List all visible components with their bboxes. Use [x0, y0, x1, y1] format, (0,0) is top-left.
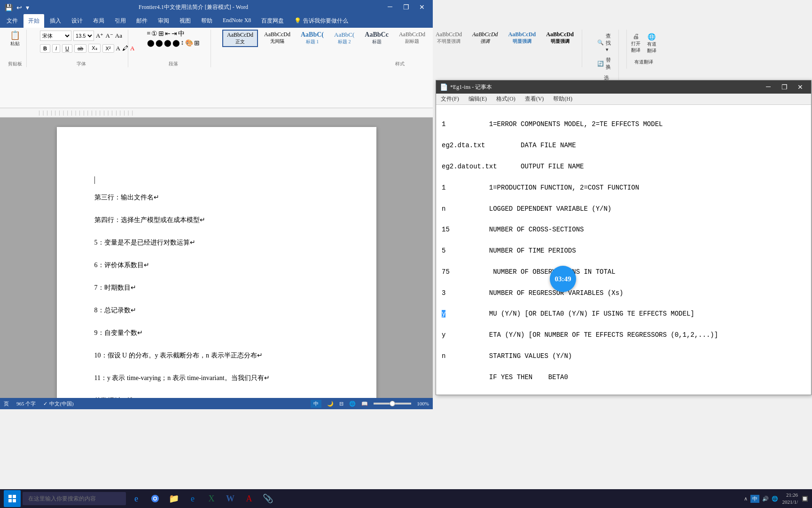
ribbon-tabs: 文件 开始 插入 设计 布局 引用 邮件 审阅 视图 帮助 EndNote X8…	[0, 14, 433, 28]
italic-button[interactable]: I	[52, 44, 60, 53]
text-highlight-icon[interactable]: 🖍	[122, 45, 128, 52]
tab-layout[interactable]: 布局	[88, 14, 109, 28]
line-spacing-icon[interactable]: ↕	[181, 39, 184, 47]
shading-icon[interactable]: 🎨	[185, 39, 193, 47]
font-size-select[interactable]: 13.5	[73, 31, 94, 41]
notepad-content[interactable]: 1 1=ERROR COMPONENTS MODEL, 2=TE EFFECTS…	[436, 105, 811, 395]
minimize-button[interactable]: ─	[383, 2, 397, 12]
tab-help[interactable]: 帮助	[196, 14, 217, 28]
find-button[interactable]: 🔍 查找 ▾	[595, 32, 613, 54]
style-subtle-emphasis[interactable]: AaBbCcDd 不明显强调	[431, 30, 466, 47]
style-strong[interactable]: AaBbCcDd 明显强调	[542, 30, 578, 47]
tab-design[interactable]: 设计	[67, 14, 87, 28]
tab-references[interactable]: 引用	[110, 14, 131, 28]
tab-home[interactable]: 开始	[23, 14, 44, 28]
view-normal-icon[interactable]: ⊟	[339, 401, 344, 407]
bold-button[interactable]: B	[40, 44, 50, 53]
notepad-line-10: y MU (Y/N) [OR DELTA0 (Y/N) IF USING TE …	[442, 310, 695, 318]
view-read-icon[interactable]: 📖	[361, 401, 368, 407]
tab-mailings[interactable]: 邮件	[132, 14, 152, 28]
quick-undo-icon[interactable]: ↩	[16, 3, 23, 13]
paste-button[interactable]: 📋 粘贴	[8, 30, 23, 59]
taskbar-excel-icon[interactable]: X	[203, 490, 220, 507]
numbered-list-icon[interactable]: ①	[151, 30, 157, 38]
notepad-menu-edit[interactable]: 编辑(E)	[464, 94, 492, 104]
change-case-icon[interactable]: Aa	[115, 32, 122, 40]
customize-icon[interactable]: ▾	[25, 3, 30, 13]
bullet-list-icon[interactable]: ≡	[147, 30, 151, 38]
font-color-icon[interactable]: A	[130, 45, 134, 52]
up-arrow-icon[interactable]: ∧	[744, 496, 748, 502]
notepad-icon: 📄	[440, 83, 447, 91]
align-center-icon[interactable]: ⬤	[156, 39, 163, 47]
taskbar-ie-icon[interactable]: e	[128, 490, 145, 507]
multilevel-list-icon[interactable]: ⊞	[158, 30, 164, 38]
replace-button[interactable]: 🔄 替换	[595, 56, 613, 71]
decrease-indent-icon[interactable]: ⇤	[165, 30, 171, 38]
chinese-sort-icon[interactable]: 中	[178, 30, 185, 38]
underline-button[interactable]: U	[62, 44, 72, 53]
quick-access-toolbar: 💾 ↩ ▾	[4, 3, 30, 13]
border-icon[interactable]: ⊞	[194, 39, 200, 47]
speakers-icon[interactable]: 🔊	[762, 496, 769, 502]
ime-icon[interactable]: 中	[750, 495, 759, 503]
print-btn[interactable]: 🖨 打开翻译	[629, 32, 643, 56]
document-area[interactable]: 第三行：输出文件名↵ 第四行：选择生产模型或在成本模型↵ 5：变量是不是已经进行…	[0, 118, 433, 398]
zoom-slider[interactable]	[374, 403, 411, 405]
notepad-menu-help[interactable]: 帮助(H)	[548, 94, 577, 104]
superscript-button[interactable]: X²	[102, 44, 114, 53]
increase-indent-icon[interactable]: ⇥	[172, 30, 177, 38]
tab-view[interactable]: 视图	[175, 14, 195, 28]
style-intense-emphasis[interactable]: AaBbCcDd 明显强调	[504, 30, 540, 47]
style-title[interactable]: AaBbCc 标题	[360, 30, 393, 47]
align-left-icon[interactable]: ⬤	[147, 39, 155, 47]
tab-baidu[interactable]: 百度网盘	[257, 14, 289, 28]
notepad-restore-button[interactable]: ❐	[777, 82, 791, 92]
notepad-menu-file[interactable]: 文件(F)	[436, 94, 464, 104]
doc-line-8: 8：总记录数↵	[94, 304, 339, 317]
taskbar-clock[interactable]: 21:26 2021/1/	[782, 492, 798, 506]
notepad-menu-view[interactable]: 查看(V)	[520, 94, 549, 104]
style-heading2[interactable]: AaBbC( 标题 2	[330, 30, 359, 47]
taskbar-acrobat-icon[interactable]: A	[241, 490, 258, 507]
action-center-icon[interactable]: 🔲	[802, 496, 808, 502]
taskbar-edge-icon[interactable]: e	[184, 490, 201, 507]
zoom-thumb[interactable]	[390, 401, 395, 406]
text-effects-icon[interactable]: A	[116, 45, 120, 52]
taskbar-unknown-icon[interactable]: 📎	[259, 490, 276, 507]
font-grow-icon[interactable]: A⁺	[96, 32, 103, 40]
tab-file[interactable]: 文件	[2, 14, 23, 28]
tab-endnote[interactable]: EndNote X8	[218, 14, 256, 28]
subscript-button[interactable]: X₂	[88, 44, 100, 53]
notepad-menu-format[interactable]: 格式(O)	[492, 94, 520, 104]
font-name-select[interactable]: 宋体	[40, 31, 71, 41]
font-shrink-icon[interactable]: A⁻	[105, 32, 113, 40]
justify-icon[interactable]: ⬤	[172, 39, 180, 47]
translate-btn[interactable]: 🌐 有道翻译	[645, 32, 659, 56]
notepad-minimize-button[interactable]: ─	[761, 82, 775, 92]
strikethrough-button[interactable]: ab	[74, 44, 86, 53]
restore-button[interactable]: ❐	[399, 2, 413, 12]
quick-save-icon[interactable]: 💾	[4, 3, 14, 13]
style-heading1[interactable]: AaBbC( 标题 1	[297, 30, 328, 47]
start-button[interactable]	[4, 490, 21, 507]
ruler: │ │ │ │ │ │ │ │ │ │ │ │ │ │ │ │ │ │ │ │ …	[0, 108, 433, 118]
network-icon[interactable]: 🌐	[772, 496, 778, 502]
taskbar-word-icon[interactable]: W	[222, 490, 239, 507]
close-button[interactable]: ✕	[415, 2, 429, 12]
align-right-icon[interactable]: ⬤	[164, 39, 172, 47]
tab-search[interactable]: 💡告诉我你要做什么	[289, 14, 353, 28]
style-subtitle[interactable]: AaBbCcDd 副标题	[395, 30, 429, 47]
style-emphasis[interactable]: AaBbCcDd 强调	[468, 30, 502, 47]
tab-insert[interactable]: 插入	[45, 14, 66, 28]
tab-review[interactable]: 审阅	[153, 14, 174, 28]
view-web-icon[interactable]: 🌐	[349, 401, 356, 407]
taskbar-search-input[interactable]	[23, 492, 126, 505]
style-no-spacing[interactable]: AaBbCcDd 无间隔	[260, 30, 295, 47]
youdao-btn[interactable]: 有道翻译	[629, 57, 659, 67]
notepad-close-button[interactable]: ✕	[793, 82, 807, 92]
taskbar-explorer-icon[interactable]: 📁	[165, 490, 182, 507]
style-normal[interactable]: AaBbCcDd 正文	[222, 30, 258, 47]
taskbar-chrome-icon[interactable]	[147, 490, 164, 507]
input-mode[interactable]: 中	[311, 400, 321, 408]
